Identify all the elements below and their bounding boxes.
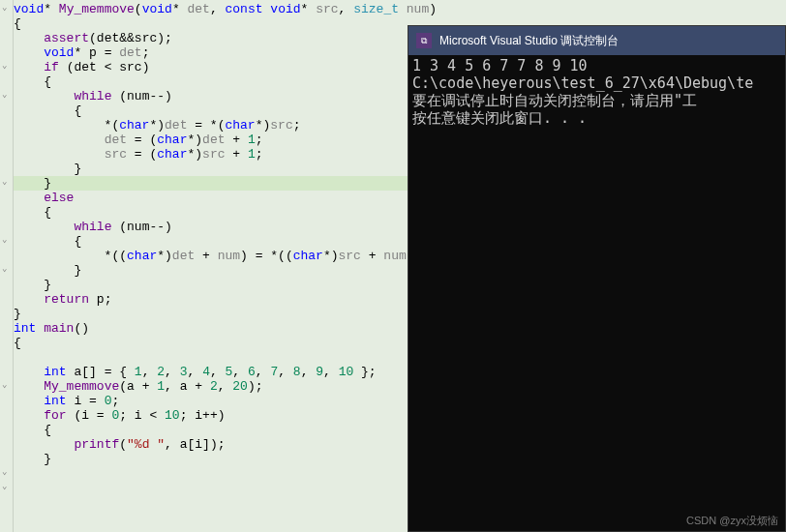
debug-console-window[interactable]: ⧉ Microsoft Visual Studio 调试控制台 1 3 4 5 … — [408, 25, 786, 532]
keyword-else: else — [44, 191, 74, 205]
keyword-return: return — [44, 292, 89, 307]
collapse-icon[interactable]: ⌄ — [2, 481, 7, 491]
console-title: Microsoft Visual Studio 调试控制台 — [439, 33, 619, 49]
output-line: 要在调试停止时自动关闭控制台，请启用"工 — [412, 92, 697, 109]
collapse-icon[interactable]: ⌄ — [2, 234, 7, 245]
main-function: main — [44, 321, 74, 336]
editor-gutter: ⌄ ⌄ ⌄ ⌄ ⌄ ⌄ ⌄ ⌄ ⌄ — [0, 0, 14, 532]
console-output[interactable]: 1 3 4 5 6 7 7 8 9 10 C:\code\heyerous\te… — [408, 55, 785, 129]
output-line: 按任意键关闭此窗口. . . — [412, 109, 587, 127]
output-line: 1 3 4 5 6 7 7 8 9 10 — [412, 57, 588, 74]
console-titlebar[interactable]: ⧉ Microsoft Visual Studio 调试控制台 — [408, 26, 785, 55]
printf-call: printf — [74, 437, 119, 452]
code-content[interactable]: void* My_memmove(void* det, const void* … — [14, 2, 437, 466]
keyword-for: for — [44, 408, 66, 423]
function-name: My_memmove — [59, 2, 135, 16]
collapse-icon[interactable]: ⌄ — [2, 2, 7, 13]
keyword-while: while — [74, 89, 111, 103]
collapse-icon[interactable]: ⌄ — [2, 176, 7, 187]
output-line: C:\code\heyerous\test_6_27\x64\Debug\te — [412, 74, 753, 92]
console-icon: ⧉ — [416, 33, 432, 48]
collapse-icon[interactable]: ⌄ — [2, 60, 7, 71]
collapse-icon[interactable]: ⌄ — [2, 89, 7, 100]
assert-call: assert — [44, 31, 89, 45]
keyword-void: void — [14, 2, 44, 16]
code-editor[interactable]: ⌄ ⌄ ⌄ ⌄ ⌄ ⌄ ⌄ ⌄ ⌄ void* My_memmove(void*… — [0, 0, 407, 532]
collapse-icon[interactable]: ⌄ — [2, 379, 7, 390]
highlighted-line: } — [14, 176, 437, 191]
collapse-icon[interactable]: ⌄ — [2, 263, 7, 274]
watermark: CSDN @zyx没烦恼 — [686, 514, 778, 528]
keyword-if: if — [44, 60, 59, 74]
collapse-icon[interactable]: ⌄ — [2, 466, 7, 477]
